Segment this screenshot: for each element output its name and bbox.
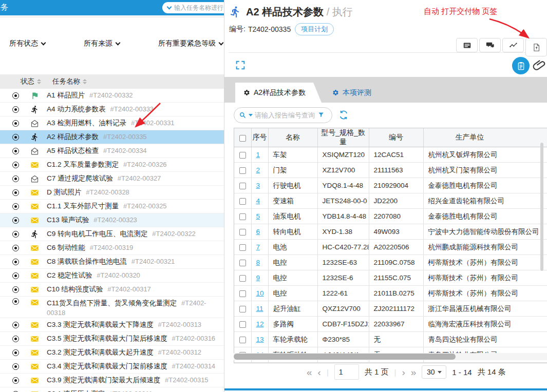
task-row[interactable]: D 测试照片 #T2402-00328 — [0, 186, 224, 200]
task-row[interactable]: C2 稳定性试验 #T2402-00320 — [0, 269, 224, 283]
radio-icon[interactable] — [12, 363, 19, 370]
next-page-button[interactable]: › — [402, 367, 405, 377]
radio-icon[interactable] — [12, 286, 19, 293]
col-index[interactable]: 序号 — [251, 128, 268, 147]
task-row[interactable]: C3.1 液压压力测定 #T2402-00311 — [0, 387, 224, 392]
fullscreen-expand-icon[interactable] — [235, 60, 246, 71]
row-index-link[interactable]: 3 — [256, 182, 260, 189]
task-row[interactable]: A4 动力系统参数表 #T2402-00333 — [0, 103, 224, 116]
task-row[interactable]: C9 转向电机工作电压、电流测定 #T2402-00322 — [0, 227, 224, 241]
task-row[interactable]: C8 满载联合操作电池电流 #T2402-00321 — [0, 255, 224, 269]
row-checkbox[interactable] — [239, 337, 246, 343]
task-row[interactable]: C7 通过规定爬坡试验 #T2402-00327 — [0, 172, 224, 186]
radio-icon[interactable] — [12, 203, 19, 210]
task-row[interactable]: C1.1 叉车外部尺寸测量 #T2402-00325 — [0, 200, 224, 213]
first-page-button[interactable]: « — [307, 367, 312, 377]
plan-badge[interactable]: 项目计划 — [295, 23, 334, 35]
sort-icon[interactable] — [37, 79, 41, 84]
filter-source-dropdown[interactable]: 所有来源 — [84, 39, 120, 48]
task-row[interactable]: C11货叉自然下滑量、货叉倾角变化量测定 #T2402-00318 — [0, 297, 224, 318]
row-index-link[interactable]: 7 — [256, 243, 260, 251]
vertical-scrollbar[interactable] — [540, 143, 543, 271]
radio-icon[interactable] — [12, 377, 19, 384]
row-index-link[interactable]: 5 — [256, 212, 260, 220]
task-row[interactable]: C3.9 测定无载满载门架最大后倾速度 #T2402-00315 — [0, 374, 224, 387]
task-row[interactable]: C6 制动性能 #T2402-00319 — [0, 241, 224, 255]
select-all-checkbox[interactable] — [239, 135, 246, 142]
row-checkbox[interactable] — [239, 152, 246, 159]
task-row[interactable]: A5 样品状态检查 #T2402-00334 — [0, 144, 224, 158]
radio-icon[interactable] — [12, 120, 19, 127]
page-number-input[interactable] — [334, 364, 359, 380]
task-row[interactable]: A1 样品照片 #T2402-00332 — [0, 89, 224, 103]
radio-icon[interactable] — [12, 175, 19, 182]
task-search-box[interactable] — [162, 2, 224, 13]
row-checkbox[interactable] — [239, 183, 246, 189]
form-button[interactable] — [456, 38, 478, 52]
radio-icon[interactable] — [12, 148, 19, 154]
last-page-button[interactable]: » — [411, 367, 417, 377]
radio-icon[interactable] — [12, 231, 19, 238]
row-checkbox[interactable] — [239, 321, 246, 328]
attachment-button[interactable] — [532, 57, 546, 73]
report-search-input[interactable] — [255, 111, 315, 119]
radio-icon[interactable] — [12, 272, 19, 279]
task-row[interactable]: A2 样品技术参数 #T2402-00335 — [0, 130, 224, 144]
radio-icon[interactable] — [12, 162, 19, 168]
radio-icon[interactable] — [12, 134, 19, 141]
radio-icon[interactable] — [12, 336, 19, 342]
radio-icon[interactable] — [12, 349, 19, 356]
filter-funnel-icon[interactable] — [317, 111, 325, 119]
prev-page-button[interactable]: ‹ — [318, 367, 321, 377]
row-index-link[interactable]: 10 — [256, 289, 264, 297]
report-search-box[interactable] — [234, 107, 332, 123]
task-row[interactable]: A3 检测用燃料、油料记录 #T2402-00331 — [0, 116, 224, 130]
tab-sample-tech-params[interactable]: A2样品技术参数 — [235, 83, 322, 103]
radio-icon[interactable] — [12, 92, 19, 99]
row-checkbox[interactable] — [239, 275, 246, 282]
task-row[interactable]: C10 结构强度试验 #T2402-00317 — [0, 283, 224, 297]
row-checkbox[interactable] — [239, 213, 246, 220]
col-name[interactable]: 名称 — [268, 128, 317, 147]
row-checkbox[interactable] — [239, 244, 246, 251]
sort-icon[interactable] — [83, 79, 87, 84]
column-status[interactable]: 状态 — [21, 77, 34, 86]
row-index-link[interactable]: 8 — [256, 259, 260, 266]
col-model-spec-qty[interactable]: 型号_规格_数量 — [317, 128, 369, 147]
row-checkbox[interactable] — [239, 229, 246, 236]
page-size-select[interactable]: 30 — [422, 365, 446, 379]
row-checkbox[interactable] — [239, 290, 246, 297]
report-button[interactable] — [512, 57, 530, 74]
tab-self-evaluation[interactable]: 本项评测 — [332, 83, 371, 103]
row-index-link[interactable]: 6 — [256, 228, 260, 236]
row-checkbox[interactable] — [239, 260, 246, 266]
row-index-link[interactable]: 13 — [256, 336, 264, 343]
radio-icon[interactable] — [12, 245, 19, 251]
row-index-link[interactable]: 12 — [256, 320, 264, 328]
column-task-name[interactable]: 任务名称 — [52, 77, 80, 86]
row-index-link[interactable]: 11 — [256, 305, 263, 312]
chevron-down-icon[interactable] — [249, 114, 253, 116]
progress-button[interactable] — [502, 38, 524, 52]
comments-button[interactable] — [479, 38, 501, 52]
task-row[interactable]: C3.2 测定无载和满载最大起升速度 #T2402-00312 — [0, 346, 224, 360]
row-checkbox[interactable] — [239, 306, 246, 312]
row-checkbox[interactable] — [239, 167, 246, 174]
task-row[interactable]: C13 噪声试验 #T2402-00323 — [0, 213, 224, 227]
filter-priority-dropdown[interactable]: 所有重要紧急等级 — [158, 39, 223, 48]
radio-icon[interactable] — [12, 106, 19, 113]
filter-status-dropdown[interactable]: 所有状态 — [9, 39, 45, 48]
refresh-icon[interactable] — [338, 110, 349, 120]
radio-icon[interactable] — [12, 259, 19, 265]
task-row[interactable]: C3.5 测定无载和满载最大门架后移速度 #T2402-00316 — [0, 332, 224, 346]
radio-icon[interactable] — [12, 298, 19, 305]
row-index-link[interactable]: 1 — [256, 151, 260, 159]
row-index-link[interactable]: 2 — [256, 166, 260, 174]
radio-icon[interactable] — [12, 217, 19, 224]
task-search-input[interactable] — [174, 4, 224, 11]
task-row[interactable]: C1.2 叉车质量参数测定 #T2402-00326 — [0, 158, 224, 172]
horizontal-scrollbar-thumb[interactable] — [234, 354, 456, 360]
radio-icon[interactable] — [12, 322, 19, 328]
radio-icon[interactable] — [12, 189, 19, 196]
task-row[interactable]: C3.4 测定无载和满载最大门架前移速度 #T2402-00314 — [0, 360, 224, 374]
